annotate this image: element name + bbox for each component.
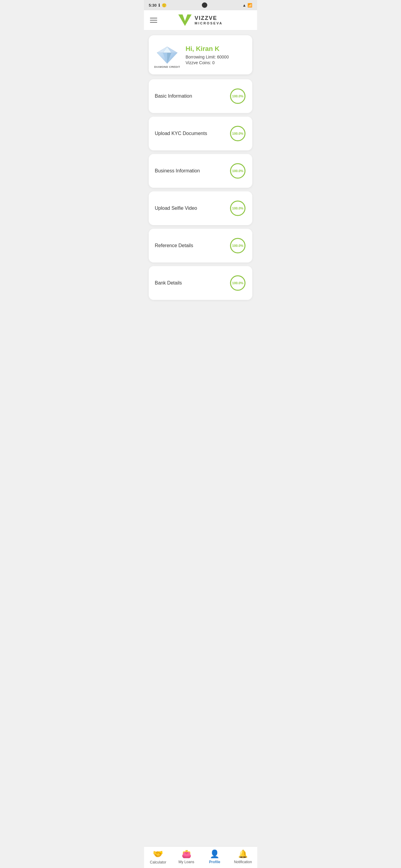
nav-item-my-loans[interactable]: 👛 My Loans — [172, 849, 201, 864]
diamond-credit-label: DIAMOND CREDIT — [154, 65, 180, 68]
status-info-icon: ℹ — [159, 3, 160, 7]
card-business-info[interactable]: Business Information 100.0% — [149, 154, 252, 188]
my-loans-icon: 👛 — [182, 849, 191, 859]
main-content: DIAMOND CREDIT Hi, Kiran K Borrowing Lim… — [144, 30, 257, 324]
diamond-icon — [156, 46, 178, 64]
hamburger-line-3 — [150, 22, 157, 23]
signal-icon: 📶 — [248, 3, 252, 7]
card-basic-info[interactable]: Basic Information 100.0% — [149, 79, 252, 113]
status-bar: 5:30 ℹ 🙂 ▲ 📶 — [144, 0, 257, 10]
notification-icon: 🔔 — [238, 849, 248, 859]
user-greeting: Hi, Kiran K — [185, 45, 229, 53]
diamond-credit-image: DIAMOND CREDIT — [153, 41, 181, 68]
card-label-basic-info: Basic Information — [155, 93, 192, 99]
card-label-kyc-docs: Upload KYC Documents — [155, 131, 207, 136]
nav-profile-label: Profile — [209, 860, 220, 864]
status-face-icon: 🙂 — [162, 3, 167, 7]
card-label-selfie-video: Upload Selfie Video — [155, 206, 197, 211]
progress-text-kyc-docs: 100.0% — [232, 132, 243, 135]
card-label-reference-details: Reference Details — [155, 243, 193, 248]
card-bank-details[interactable]: Bank Details 100.0% — [149, 266, 252, 300]
nav-item-notification[interactable]: 🔔 Notification — [229, 849, 257, 864]
progress-text-selfie-video: 100.0% — [232, 207, 243, 210]
logo-microseva: MICROSEVA — [195, 22, 223, 25]
card-kyc-docs[interactable]: Upload KYC Documents 100.0% — [149, 117, 252, 150]
nav-item-calculator[interactable]: 🤝 Calculator — [144, 849, 172, 864]
profile-nav-icon: 👤 — [210, 849, 219, 859]
progress-circle-selfie-video: 100.0% — [229, 200, 246, 217]
progress-circle-bank-details: 100.0% — [229, 275, 246, 291]
profile-card: DIAMOND CREDIT Hi, Kiran K Borrowing Lim… — [149, 35, 252, 74]
nav-calculator-label: Calculator — [150, 860, 166, 864]
bottom-nav: 🤝 Calculator 👛 My Loans 👤 Profile 🔔 Noti… — [144, 846, 257, 868]
logo-vizzve: VIZZVE — [195, 15, 223, 22]
nav-item-profile[interactable]: 👤 Profile — [201, 849, 229, 864]
logo-text-container: VIZZVE MICROSEVA — [195, 15, 223, 26]
logo: VIZZVE MICROSEVA — [178, 14, 223, 26]
wifi-icon: ▲ — [242, 3, 246, 7]
card-reference-details[interactable]: Reference Details 100.0% — [149, 229, 252, 262]
card-label-business-info: Business Information — [155, 168, 200, 174]
section-cards-list: Basic Information 100.0% Upload KYC Docu… — [149, 77, 252, 300]
app-header: VIZZVE MICROSEVA — [144, 10, 257, 30]
progress-circle-reference-details: 100.0% — [229, 237, 246, 254]
camera-notch — [202, 2, 207, 8]
card-label-bank-details: Bank Details — [155, 280, 182, 286]
nav-my-loans-label: My Loans — [179, 860, 194, 864]
svg-marker-0 — [178, 14, 192, 26]
progress-circle-kyc-docs: 100.0% — [229, 125, 246, 142]
hamburger-line-2 — [150, 20, 157, 21]
profile-info: Hi, Kiran K Borrowing Limit: 60000 Vizzv… — [185, 45, 229, 65]
logo-icon — [178, 14, 192, 26]
hamburger-button[interactable] — [149, 17, 159, 24]
status-time: 5:30 — [149, 3, 156, 7]
calculator-icon: 🤝 — [153, 849, 163, 859]
borrowing-limit: Borrowing Limit: 60000 — [185, 55, 229, 59]
card-selfie-video[interactable]: Upload Selfie Video 100.0% — [149, 191, 252, 225]
progress-text-business-info: 100.0% — [232, 169, 243, 173]
vizzve-coins: Vizzve Coins: 0 — [185, 60, 229, 65]
progress-circle-basic-info: 100.0% — [229, 88, 246, 104]
progress-circle-business-info: 100.0% — [229, 162, 246, 179]
progress-text-reference-details: 100.0% — [232, 244, 243, 247]
hamburger-line-1 — [150, 18, 157, 19]
progress-text-bank-details: 100.0% — [232, 281, 243, 285]
nav-notification-label: Notification — [234, 860, 252, 864]
progress-text-basic-info: 100.0% — [232, 94, 243, 98]
